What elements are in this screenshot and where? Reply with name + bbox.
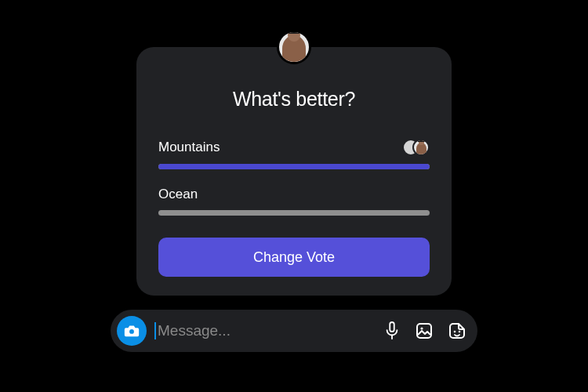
message-input[interactable]: Message... xyxy=(154,321,376,341)
svg-rect-1 xyxy=(390,322,394,332)
poll-option[interactable]: Ocean xyxy=(158,187,430,216)
poll-card: What's better? Mountains Ocean Change Vo… xyxy=(136,47,452,296)
message-placeholder: Message... xyxy=(158,322,230,339)
camera-icon xyxy=(123,322,140,339)
poll-bar xyxy=(158,164,430,169)
svg-point-5 xyxy=(454,331,456,333)
poll-title: What's better? xyxy=(158,88,430,111)
poll-option[interactable]: Mountains xyxy=(158,139,430,169)
change-vote-button[interactable]: Change Vote xyxy=(158,238,430,277)
poll-creator-avatar[interactable] xyxy=(277,30,311,64)
svg-point-0 xyxy=(129,329,134,334)
svg-point-6 xyxy=(459,331,461,333)
voice-button[interactable] xyxy=(383,321,401,341)
microphone-icon xyxy=(383,321,401,341)
svg-point-4 xyxy=(420,327,423,329)
camera-button[interactable] xyxy=(117,316,147,346)
poll-option-label: Ocean xyxy=(158,187,198,202)
message-composer: Message... xyxy=(111,310,477,352)
sticker-button[interactable] xyxy=(448,321,466,340)
poll-option-label: Mountains xyxy=(158,140,220,155)
poll-voters xyxy=(402,139,430,156)
sticker-icon xyxy=(448,321,466,340)
image-icon xyxy=(415,321,434,340)
gallery-button[interactable] xyxy=(415,321,434,340)
svg-rect-3 xyxy=(417,324,431,338)
poll-bar xyxy=(158,210,430,216)
voter-avatar xyxy=(412,139,430,156)
